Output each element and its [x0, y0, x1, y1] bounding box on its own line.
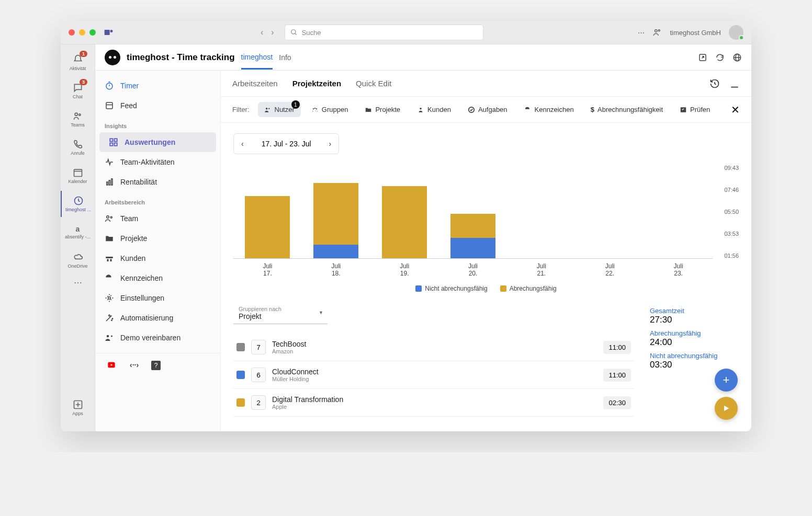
rail-calendar[interactable]: Kalender: [61, 163, 95, 189]
row-time: 11:00: [603, 341, 631, 354]
svg-point-2: [291, 30, 295, 34]
timeghost-logo: [105, 50, 120, 65]
rail-absentify[interactable]: aabsentify -...: [61, 219, 95, 245]
row-swatch: [236, 343, 245, 351]
svg-point-46: [420, 107, 422, 109]
svg-rect-8: [74, 169, 82, 176]
tab-quickedit[interactable]: Quick Edit: [356, 79, 391, 88]
sidebar-item-settings[interactable]: Einstellungen: [95, 288, 220, 308]
app-tab-info[interactable]: Info: [279, 53, 291, 62]
filter-gruppen[interactable]: Gruppen: [305, 102, 355, 117]
rail-onedrive[interactable]: OneDrive: [61, 247, 95, 273]
refresh-icon[interactable]: [715, 53, 725, 62]
rail-chat[interactable]: Chat3: [61, 78, 95, 104]
sidebar-item-feed[interactable]: Feed: [95, 96, 220, 116]
svg-point-45: [316, 108, 317, 109]
search-placeholder: Suche: [302, 29, 321, 37]
rail-timeghost[interactable]: timeghost ...: [61, 191, 95, 217]
teams-icon: [104, 27, 114, 38]
rail-activity[interactable]: Aktivität1: [61, 50, 95, 76]
sidebar-item-demo[interactable]: Demo vereinbaren: [95, 328, 220, 348]
svg-rect-28: [109, 180, 110, 185]
external-icon[interactable]: [698, 53, 707, 62]
filter-nutzer[interactable]: Nutzer1: [258, 102, 301, 117]
svg-point-39: [111, 336, 112, 337]
project-row[interactable]: 2 Digital TransformationApple 02:30: [233, 389, 634, 417]
sidebar-item-projekte[interactable]: Projekte: [95, 228, 220, 248]
svg-point-30: [107, 216, 109, 219]
svg-rect-26: [115, 143, 117, 146]
help-icon[interactable]: ?: [151, 361, 161, 370]
chart-column: Juli20.: [439, 165, 508, 258]
row-client: Apple: [272, 404, 597, 410]
sidebar-item-team[interactable]: Team: [95, 209, 220, 228]
rail-calls[interactable]: Anrufe: [61, 134, 95, 160]
filter-kunden[interactable]: Kunden: [411, 102, 457, 117]
sidebar-item-team-act[interactable]: Team-Aktivitäten: [95, 152, 220, 172]
sidebar-item-auswertungen[interactable]: Auswertungen: [99, 132, 216, 152]
chart-column: Juli23.: [644, 165, 713, 258]
people-icon[interactable]: [652, 28, 662, 37]
date-next-button[interactable]: ›: [322, 140, 339, 148]
nav-back-button[interactable]: ‹: [261, 28, 263, 37]
summary-gesamt-label: Gesamtzeit: [650, 307, 739, 315]
filter-abrech[interactable]: $Abrechnungsfähigkeit: [584, 102, 669, 117]
project-row[interactable]: 6 CloudConnectMüller Holding 11:00: [233, 361, 634, 389]
group-by-dropdown[interactable]: Gruppieren nach Projekt: [233, 303, 328, 324]
svg-point-43: [313, 108, 314, 109]
date-range-label: 17. Jul - 23. Jul: [251, 140, 322, 148]
svg-point-44: [314, 107, 315, 108]
search-input[interactable]: Suche: [285, 25, 483, 40]
code-icon[interactable]: ‹··›: [130, 361, 139, 370]
project-row[interactable]: 7 TechBoostAmazon 11:00: [233, 334, 634, 361]
date-prev-button[interactable]: ‹: [234, 140, 251, 148]
filter-kennzeichen[interactable]: Kennzeichen: [518, 102, 580, 117]
sidebar-section-insights: Insights: [95, 116, 220, 132]
sidebar-item-timer[interactable]: Timer: [95, 76, 220, 96]
summary-bill-label: Abrechungsfähig: [650, 329, 739, 337]
traffic-lights[interactable]: [69, 29, 96, 36]
tab-projektzeiten[interactable]: Projektzeiten: [292, 79, 341, 88]
fab-play-button[interactable]: [715, 397, 738, 420]
sidebar-item-kennzeichen[interactable]: Kennzeichen: [95, 268, 220, 288]
sidebar-item-kunden[interactable]: Kunden: [95, 248, 220, 268]
rail-apps[interactable]: Apps: [61, 395, 95, 421]
row-swatch: [236, 398, 245, 407]
filter-aufgaben[interactable]: Aufgaben: [461, 102, 514, 117]
filter-projekte[interactable]: Projekte: [358, 102, 407, 117]
rail-teams[interactable]: Teams: [61, 106, 95, 132]
app-tab-timeghost[interactable]: timeghost: [241, 53, 273, 70]
row-time: 02:30: [603, 396, 631, 409]
tab-arbeitszeiten[interactable]: Arbeitszeiten: [232, 79, 278, 88]
filter-close-icon[interactable]: ✕: [731, 104, 740, 116]
window-titlebar: ‹ › Suche ⋯ timeghost GmbH: [61, 21, 751, 44]
svg-point-6: [75, 113, 77, 116]
row-count: 2: [251, 395, 266, 410]
svg-point-5: [659, 30, 660, 31]
filter-pruefen[interactable]: Prüfen: [673, 102, 716, 117]
sidebar-item-rent[interactable]: Rentabilität: [95, 172, 220, 192]
user-avatar[interactable]: [729, 25, 743, 40]
more-icon[interactable]: ⋯: [638, 29, 645, 37]
fab-add-button[interactable]: +: [715, 369, 738, 392]
row-client: Amazon: [272, 348, 597, 354]
globe-icon[interactable]: [732, 53, 742, 62]
svg-rect-48: [681, 107, 686, 112]
svg-rect-29: [111, 179, 112, 185]
app-header: timeghost - Time tracking timeghost Info: [95, 44, 751, 71]
nav-forward-button[interactable]: ›: [271, 28, 274, 37]
sidebar-section-workspace: Arbeitsbereich: [95, 192, 220, 209]
download-icon[interactable]: [729, 78, 740, 89]
svg-point-38: [107, 335, 109, 338]
youtube-icon[interactable]: [106, 361, 117, 369]
svg-rect-24: [115, 139, 117, 141]
rail-more[interactable]: ⋯: [74, 278, 82, 288]
chart-column: Juli18.: [302, 165, 370, 258]
svg-rect-33: [107, 259, 109, 262]
svg-point-37: [112, 318, 113, 319]
svg-line-3: [295, 33, 296, 35]
history-icon[interactable]: [709, 78, 720, 89]
sidebar-item-automat[interactable]: Automatisierung: [95, 308, 220, 328]
teams-rail: Aktivität1 Chat3 Teams Anrufe Kalender t…: [61, 44, 95, 431]
filter-label: Filter:: [232, 106, 250, 113]
